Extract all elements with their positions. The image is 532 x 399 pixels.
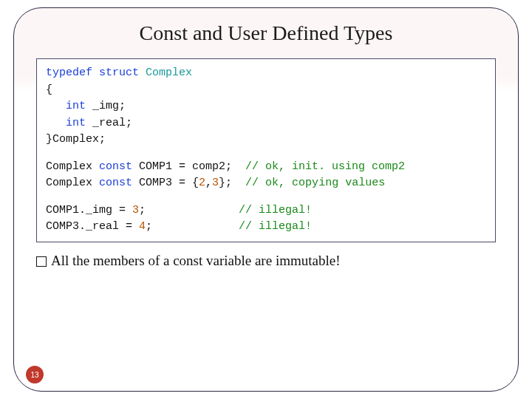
code-line: typedef struct Complex [46,65,486,82]
slide-frame: Const and User Defined Types typedef str… [13,7,519,392]
caption-row: All the members of a const variable are … [36,253,496,269]
code-text: _real; [86,117,132,129]
code-comment: // ok, copying values [245,177,385,189]
code-line: Complex const COMP1 = comp2; // ok, init… [46,159,486,176]
code-text: Complex [46,177,99,189]
code-line: COMP1._img = 3; // illegal! [46,202,486,219]
code-number: 3 [132,204,139,216]
page-number: 13 [30,371,38,379]
code-text: ; [139,204,239,216]
code-text: COMP1._img = [46,204,132,216]
code-typedef-block: typedef struct Complex { int _img; int _… [46,65,486,149]
code-text: , [205,177,212,189]
code-text: COMP3 = { [132,177,199,189]
code-line: int _real; [46,115,486,132]
code-number: 3 [212,177,219,189]
code-keyword: const [99,177,132,189]
code-assignment-block: COMP1._img = 3; // illegal! COMP3._real … [46,202,486,236]
code-line: Complex const COMP3 = {2,3}; // ok, copy… [46,175,486,192]
code-text: ; [146,220,239,233]
code-keyword: const [99,160,132,173]
code-keyword: struct [99,66,139,79]
code-text: _img; [86,100,126,112]
code-comment: // illegal! [239,204,312,216]
code-keyword: int [66,100,86,112]
code-text: }; [219,177,245,189]
code-line: { [46,82,486,99]
code-comment: // ok, init. using comp2 [245,160,405,173]
code-line: }Complex; [46,132,486,149]
bullet-square-icon [36,256,47,267]
caption-text: All the members of a const variable are … [51,253,340,269]
code-text: COMP1 = comp2; [132,160,245,173]
code-keyword: typedef [46,66,92,79]
code-keyword: int [66,117,86,129]
code-line: COMP3._real = 4; // illegal! [46,219,486,236]
code-box: typedef struct Complex { int _img; int _… [36,58,496,242]
code-text: Complex [46,160,99,173]
code-declaration-block: Complex const COMP1 = comp2; // ok, init… [46,159,486,192]
code-typename: Complex [146,66,192,79]
code-line: int _img; [46,98,486,115]
page-number-badge: 13 [26,366,44,383]
code-number: 4 [139,220,146,233]
code-number: 2 [199,177,205,189]
slide-title: Const and User Defined Types [36,21,496,45]
code-comment: // illegal! [239,220,312,233]
code-text: COMP3._real = [46,220,139,233]
